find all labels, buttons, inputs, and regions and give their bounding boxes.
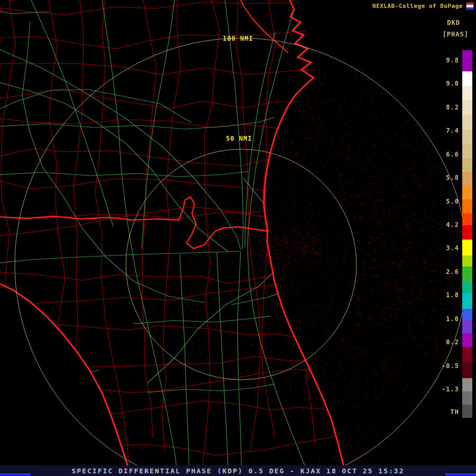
highway-fl-ew1: [133, 316, 271, 324]
colorbar-segment: [462, 405, 472, 418]
basemap-layer: 100 NMI 50 NMI: [0, 0, 476, 476]
range-ring-label-100: 100 NMI: [223, 35, 253, 42]
status-text: SPECIFIC DIFFERENTIAL PHASE (KDP) 0.5 DE…: [72, 467, 405, 475]
map-line: [0, 31, 348, 49]
radar-display: 100 NMI 50 NMI NEXLAB-College of DuPage …: [0, 0, 476, 476]
colorbar-segment: [462, 144, 472, 158]
highway-fl-v3: [217, 252, 228, 476]
cod-logo-icon: [466, 2, 474, 10]
map-line: [272, 0, 359, 237]
colorbar-segment: [462, 378, 472, 391]
colorbar-segment: [462, 213, 472, 225]
map-line: [0, 81, 227, 251]
colorbar-segment: [462, 100, 472, 115]
colorbar-segment: [462, 71, 472, 86]
product-code: DKD: [447, 19, 460, 26]
range-ring-50nmi: [126, 149, 356, 380]
map-line: [0, 274, 341, 310]
status-bar: SPECIFIC DIFFERENTIAL PHASE (KDP) 0.5 DE…: [0, 465, 476, 476]
colorbar-segment: [462, 391, 472, 405]
map-line: [0, 207, 326, 241]
colorbar-threshold-label: TH: [436, 408, 459, 416]
map-line: [22, 22, 205, 303]
atlantic-coastline: [264, 0, 346, 476]
colorbar-segment: [462, 309, 472, 320]
colorbar-segment: [462, 158, 472, 171]
bottom-left-blue-line: [0, 473, 31, 475]
colorbar-segment: [462, 293, 472, 309]
header-brand: NEXLAB-College of DuPage: [372, 2, 474, 10]
colorbar-segment: [462, 225, 472, 240]
colorbar-segment: [462, 347, 472, 363]
highway-diag-n: [31, 0, 113, 226]
colorbar-segment: [462, 130, 472, 144]
colorbar-segment: [462, 115, 472, 129]
map-line: [0, 118, 353, 132]
map-line: [0, 324, 317, 341]
colorbar-segment: [462, 185, 472, 199]
savannah-river: [241, 0, 288, 53]
major-highways: [0, 0, 309, 476]
map-line: [0, 436, 336, 455]
highway-ga-ew2: [0, 171, 249, 177]
map-line: [0, 370, 99, 476]
map-line: [325, 0, 337, 434]
map-line: [300, 0, 321, 444]
highway-i75: [102, 0, 178, 476]
colorbar-segment: [462, 86, 472, 100]
map-line: [203, 0, 219, 466]
highway-fl-v1: [237, 251, 242, 476]
map-line: [0, 401, 338, 423]
colorbar-segment: [462, 240, 472, 255]
range-rings: 100 NMI 50 NMI: [15, 35, 468, 476]
range-ring-label-50: 50 NMI: [226, 135, 252, 142]
highway-i95: [248, 0, 309, 476]
highway-fl-ew2: [147, 384, 275, 392]
map-line: [0, 0, 50, 14]
minor-roads: [0, 0, 476, 476]
bottom-right-blue-line: [445, 473, 476, 475]
map-line: [232, 67, 473, 305]
map-line: [243, 178, 476, 290]
colorbar-segment: [462, 320, 472, 333]
colorbar-segment: [462, 172, 472, 185]
highway-i10: [0, 251, 239, 263]
map-line: [0, 369, 333, 399]
colorbar-segment: [462, 362, 472, 378]
brand-text: NEXLAB-College of DuPage: [372, 3, 463, 10]
map-line: [162, 0, 181, 451]
product-units: [PHAS]: [443, 31, 469, 38]
colorbar-segment: [462, 333, 472, 346]
colorbar-segment: [462, 255, 472, 267]
map-line: [0, 264, 347, 283]
county-boundaries: [0, 0, 353, 467]
state-and-coast-borders: [0, 0, 346, 476]
colorbar-segment: [462, 50, 472, 71]
colorbar: [462, 50, 472, 418]
map-line: [95, 0, 130, 466]
colorbar-segment: [462, 267, 472, 282]
colorbar-segment: [462, 282, 472, 293]
colorbar-segment: [462, 199, 472, 213]
map-line: [148, 140, 422, 383]
map-line: [43, 0, 65, 438]
map-line: [73, 0, 84, 467]
